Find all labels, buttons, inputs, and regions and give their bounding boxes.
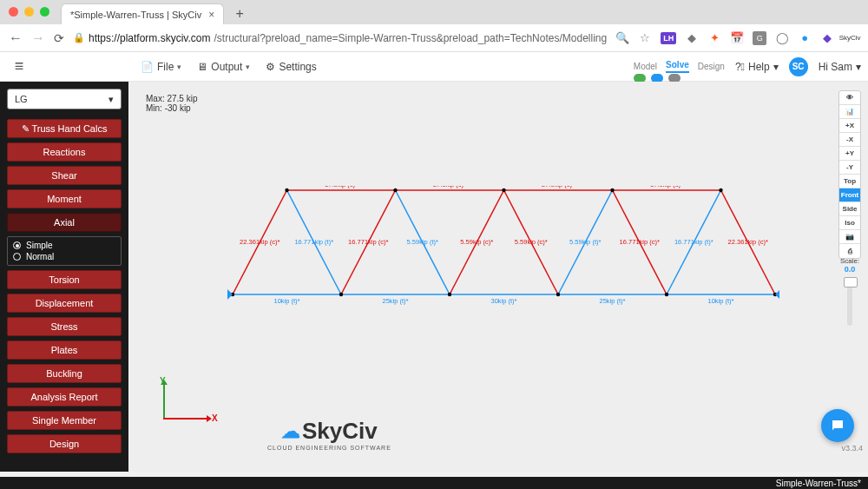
sidebar-btn-single-member[interactable]: Single Member xyxy=(7,411,122,430)
close-tab-icon[interactable]: × xyxy=(208,9,214,21)
zoom-window-icon[interactable] xyxy=(40,7,49,17)
status-filename: Simple-Warren-Truss* xyxy=(776,479,861,488)
sidebar-btn--truss-hand-calcs[interactable]: ✎ Truss Hand Calcs xyxy=(7,119,122,138)
axial-style-options: SimpleNormal xyxy=(7,236,122,266)
version-label: v3.3.4 xyxy=(841,444,863,453)
chat-button[interactable] xyxy=(821,409,854,442)
settings-menu[interactable]: ⚙ Settings xyxy=(260,57,321,76)
help-menu[interactable]: ?⃝ Help ▾ xyxy=(735,61,779,73)
username-label: Hi Sam xyxy=(819,61,852,73)
extension-badge[interactable]: LH xyxy=(661,32,676,44)
radio-normal[interactable]: Normal xyxy=(13,252,115,261)
forward-button[interactable]: → xyxy=(31,30,45,46)
svg-point-42 xyxy=(665,293,668,296)
svg-point-40 xyxy=(448,293,451,296)
back-button[interactable]: ← xyxy=(9,30,23,46)
skyciv-extension-icon[interactable]: SkyCiv xyxy=(843,31,857,45)
view-btn-[interactable]: 📷 xyxy=(839,230,860,244)
avatar[interactable]: SC xyxy=(789,57,808,76)
sidebar-btn-torsion[interactable]: Torsion xyxy=(7,270,122,289)
sidebar-btn-analysis-report[interactable]: Analysis Report xyxy=(7,387,122,406)
svg-text:25kip (t)*: 25kip (t)* xyxy=(382,297,408,305)
tab-model[interactable]: Model xyxy=(634,62,657,71)
logo-brand: SkyCiv xyxy=(302,418,378,445)
view-toolbar: 👁📊+X-X+Y-YTopFrontSideIso📷⎙ xyxy=(838,90,861,259)
sidebar-btn-plates[interactable]: Plates xyxy=(7,340,122,360)
extension-icon[interactable]: ✦ xyxy=(707,31,721,45)
svg-text:5.59kip (t)*: 5.59kip (t)* xyxy=(569,238,601,246)
min-value: Min: -30 kip xyxy=(146,103,197,113)
scale-control: Scale: 0.0 xyxy=(838,257,861,326)
close-window-icon[interactable] xyxy=(9,7,18,17)
svg-text:5.59kip (t)*: 5.59kip (t)* xyxy=(407,238,438,246)
svg-text:10kip (t)*: 10kip (t)* xyxy=(707,297,733,305)
load-combo-dropdown[interactable]: LG ▾ xyxy=(7,89,122,109)
svg-point-47 xyxy=(610,188,614,192)
sidebar-btn-stress[interactable]: Stress xyxy=(7,317,122,336)
chevron-down-icon: ▾ xyxy=(246,63,250,71)
sidebar-btn-shear[interactable]: Shear xyxy=(7,166,122,185)
svg-point-44 xyxy=(285,188,288,192)
browser-tab[interactable]: *Simple-Warren-Truss | SkyCiv × xyxy=(61,3,224,24)
tab-design[interactable]: Design xyxy=(698,62,725,71)
scale-slider[interactable] xyxy=(847,277,852,326)
view-btn-iso[interactable]: Iso xyxy=(839,216,860,230)
view-btn-[interactable]: 👁 xyxy=(839,91,860,105)
svg-text:16.771kip (c)*: 16.771kip (c)* xyxy=(620,238,660,246)
view-btn-top[interactable]: Top xyxy=(839,175,860,188)
extension-icon[interactable]: G xyxy=(753,31,766,45)
svg-text:17.5kip (c)*: 17.5kip (c)* xyxy=(650,186,683,188)
sidebar-btn-axial[interactable]: Axial xyxy=(7,213,122,232)
menu-toggle-button[interactable]: ≡ xyxy=(7,55,31,79)
view-btn-side[interactable]: Side xyxy=(839,202,860,216)
star-icon[interactable]: ☆ xyxy=(638,31,652,45)
extension-icon[interactable]: ◯ xyxy=(775,31,789,45)
svg-text:22.361kip (c)*: 22.361kip (c)* xyxy=(240,238,279,246)
view-btn-[interactable]: 📊 xyxy=(839,105,860,119)
svg-point-39 xyxy=(339,293,343,296)
sidebar-btn-moment[interactable]: Moment xyxy=(7,189,122,208)
sidebar-btn-reactions[interactable]: Reactions xyxy=(7,142,122,162)
search-icon[interactable]: 🔍 xyxy=(615,31,629,45)
cloud-icon: ☁ xyxy=(281,420,300,443)
url-field[interactable]: 🔒 https://platform.skyciv.com/structural… xyxy=(73,32,607,44)
svg-text:25kip (t)*: 25kip (t)* xyxy=(599,297,625,305)
chevron-down-icon: ▾ xyxy=(773,61,779,73)
model-canvas[interactable]: Max: 27.5 kip Min: -30 kip 10kip (t)*25k… xyxy=(128,82,868,472)
extension-icon[interactable]: ◆ xyxy=(685,31,699,45)
reload-button[interactable]: ⟳ xyxy=(54,31,64,45)
view-btn-+x[interactable]: +X xyxy=(839,119,860,133)
scale-value: 0.0 xyxy=(838,265,861,274)
sidebar-btn-buckling[interactable]: Buckling xyxy=(7,364,122,383)
svg-point-46 xyxy=(502,188,505,192)
chevron-down-icon: ▾ xyxy=(856,61,861,73)
view-btn-+y[interactable]: +Y xyxy=(839,147,860,161)
user-menu[interactable]: Hi Sam ▾ xyxy=(819,61,861,73)
svg-point-41 xyxy=(556,293,560,296)
sidebar-btn-displacement[interactable]: Displacement xyxy=(7,294,122,313)
svg-text:16.771kip (c)*: 16.771kip (c)* xyxy=(348,238,388,246)
view-btn-front[interactable]: Front xyxy=(839,188,860,202)
output-menu[interactable]: 🖥 Output ▾ xyxy=(192,57,255,76)
force-stats: Max: 27.5 kip Min: -30 kip xyxy=(146,94,197,113)
radio-simple[interactable]: Simple xyxy=(13,241,115,250)
svg-marker-49 xyxy=(227,289,233,300)
skyciv-logo: ☁SkyCiv CLOUD ENGINEERING SOFTWARE xyxy=(267,418,391,451)
results-sidebar: LG ▾ ✎ Truss Hand CalcsReactionsShearMom… xyxy=(0,82,128,472)
view-btn--y[interactable]: -Y xyxy=(839,161,860,175)
extension-icon[interactable]: ◆ xyxy=(820,31,834,45)
svg-text:27.5kip (c)*: 27.5kip (c)* xyxy=(542,186,575,188)
extension-icon[interactable]: ● xyxy=(798,31,812,45)
y-axis-icon xyxy=(163,385,165,420)
extension-icon[interactable]: 📅 xyxy=(730,31,744,45)
new-tab-button[interactable]: + xyxy=(229,3,250,24)
tab-solve[interactable]: Solve xyxy=(666,60,689,73)
view-btn--x[interactable]: -X xyxy=(839,133,860,147)
view-btn-[interactable]: ⎙ xyxy=(839,244,860,258)
minimize-window-icon[interactable] xyxy=(24,7,34,17)
file-menu[interactable]: 📄 File ▾ xyxy=(135,57,187,76)
help-icon: ?⃝ xyxy=(735,61,745,73)
mode-tabs: Model Solve Design xyxy=(634,60,725,73)
sidebar-btn-design[interactable]: Design xyxy=(7,434,122,453)
monitor-icon: 🖥 xyxy=(197,61,207,73)
